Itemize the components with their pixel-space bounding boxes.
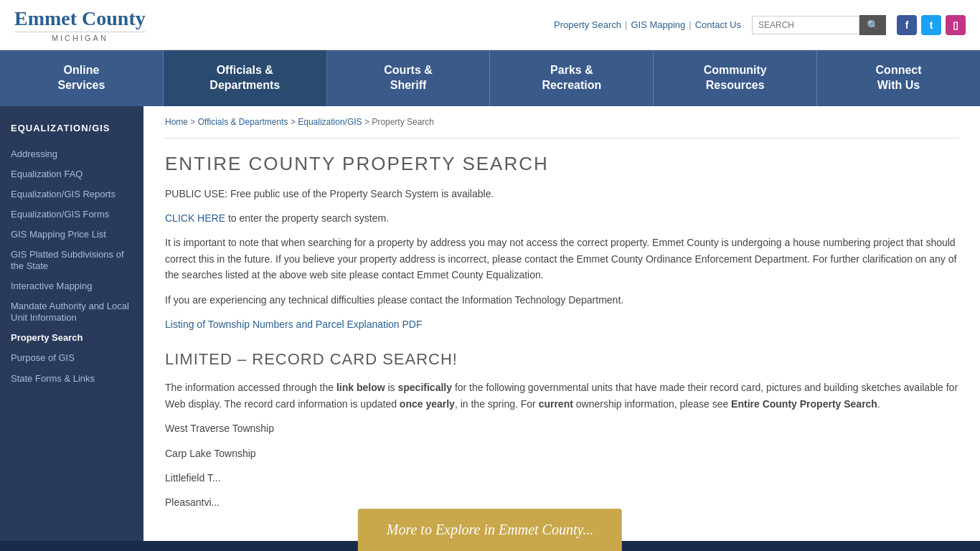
sidebar-item-state-forms[interactable]: State Forms & Links: [0, 369, 143, 389]
header-right: Property Search | GIS Mapping | Contact …: [554, 15, 966, 35]
nav-courts-sheriff[interactable]: Courts &Sheriff: [327, 50, 491, 106]
search-button[interactable]: 🔍: [859, 15, 886, 35]
search-area: 🔍: [752, 15, 886, 35]
click-here-link[interactable]: CLICK HERE: [165, 212, 225, 224]
logo-text: Emmet County MICHIGAN: [14, 7, 146, 42]
section2-text: The information accessed through the lin…: [165, 380, 958, 412]
breadcrumb-sep1: >: [190, 117, 197, 127]
it-text: If you are experiencing any technical di…: [165, 292, 958, 308]
breadcrumb-sep2: >: [291, 117, 298, 127]
nav-community-resources[interactable]: CommunityResources: [654, 50, 817, 106]
nav-officials-departments[interactable]: Officials &Departments: [164, 50, 327, 106]
logo-michigan: MICHIGAN: [14, 32, 146, 42]
sidebar-item-gis-platted[interactable]: GIS Platted Subdivisions of the State: [0, 245, 143, 277]
click-here-paragraph: CLICK HERE to enter the property search …: [165, 210, 958, 226]
note-text: It is important to note that when search…: [165, 235, 958, 283]
content-wrapper: EQUALIZATION/GIS Addressing Equalization…: [0, 106, 980, 541]
property-search-link[interactable]: Property Search: [554, 19, 621, 30]
sidebar-item-gis-mapping-price-list[interactable]: GIS Mapping Price List: [0, 225, 143, 245]
logo-emmet: Emmet County: [14, 7, 146, 30]
contact-us-link[interactable]: Contact Us: [695, 19, 741, 30]
sidebar-item-equalization-gis-reports[interactable]: Equalization/GIS Reports: [0, 184, 143, 204]
once-yearly-bold: once yearly: [400, 398, 455, 410]
breadcrumb-home[interactable]: Home: [165, 117, 188, 127]
listing-link-paragraph: Listing of Township Numbers and Parcel E…: [165, 316, 958, 332]
nav-parks-recreation[interactable]: Parks &Recreation: [490, 50, 654, 106]
nav-connect-with-us[interactable]: ConnectWith Us: [817, 50, 980, 106]
sidebar-item-addressing[interactable]: Addressing: [0, 144, 143, 164]
breadcrumb-current: Property Search: [372, 117, 434, 127]
carp-lake: Carp Lake Township: [165, 446, 958, 461]
logo-area[interactable]: Emmet County MICHIGAN: [14, 7, 146, 42]
page-heading: ENTIRE COUNTY PROPERTY SEARCH: [165, 153, 958, 175]
breadcrumb-sep3: >: [364, 117, 372, 127]
sidebar-item-equalization-gis-forms[interactable]: Equalization/GIS Forms: [0, 204, 143, 225]
specifically-bold: specifically: [398, 382, 453, 393]
separator1: |: [625, 19, 627, 30]
link-below-bold: link below: [336, 382, 385, 393]
sidebar-title: EQUALIZATION/GIS: [0, 117, 143, 144]
header-links: Property Search | GIS Mapping | Contact …: [554, 19, 741, 30]
entire-county-bold: Entire County Property Search: [731, 398, 877, 410]
breadcrumb-officials[interactable]: Officials & Departments: [198, 117, 288, 127]
twitter-icon[interactable]: t: [921, 15, 941, 35]
search-input[interactable]: [752, 16, 859, 34]
breadcrumb-equalization-gis[interactable]: Equalization/GIS: [298, 117, 362, 127]
main-content: Home > Officials & Departments > Equaliz…: [143, 106, 980, 541]
nav-online-services[interactable]: OnlineServices: [0, 50, 164, 106]
listing-link[interactable]: Listing of Township Numbers and Parcel E…: [165, 319, 422, 330]
gis-mapping-link[interactable]: GIS Mapping: [631, 19, 685, 30]
sidebar-item-purpose-gis[interactable]: Purpose of GIS: [0, 348, 143, 368]
littlefield: Littlefield T...: [165, 470, 958, 486]
divider: [165, 138, 958, 138]
west-traverse: West Traverse Township: [165, 420, 958, 436]
public-use-text: PUBLIC USE: Free public use of the Prope…: [165, 186, 958, 202]
click-here-suffix: to enter the property search system.: [228, 212, 389, 224]
separator2: |: [689, 19, 691, 30]
popup-banner[interactable]: More to Explore in Emmet County...: [358, 509, 622, 541]
current-bold: current: [539, 398, 573, 410]
facebook-icon[interactable]: f: [897, 15, 917, 35]
main-nav: OnlineServices Officials &Departments Co…: [0, 50, 980, 106]
page-header: Emmet County MICHIGAN Property Search | …: [0, 0, 980, 50]
sidebar-item-property-search[interactable]: Property Search: [0, 328, 143, 348]
sidebar-item-mandate-authority[interactable]: Mandate Authority and Local Unit Informa…: [0, 297, 143, 329]
social-icons: f t ▯: [897, 15, 966, 35]
section2-heading: LIMITED – RECORD CARD SEARCH!: [165, 350, 958, 369]
sidebar-item-interactive-mapping[interactable]: Interactive Mapping: [0, 276, 143, 296]
sidebar-item-equalization-faq[interactable]: Equalization FAQ: [0, 164, 143, 184]
sidebar: EQUALIZATION/GIS Addressing Equalization…: [0, 106, 143, 541]
breadcrumb: Home > Officials & Departments > Equaliz…: [165, 117, 958, 127]
instagram-icon[interactable]: ▯: [946, 15, 966, 35]
